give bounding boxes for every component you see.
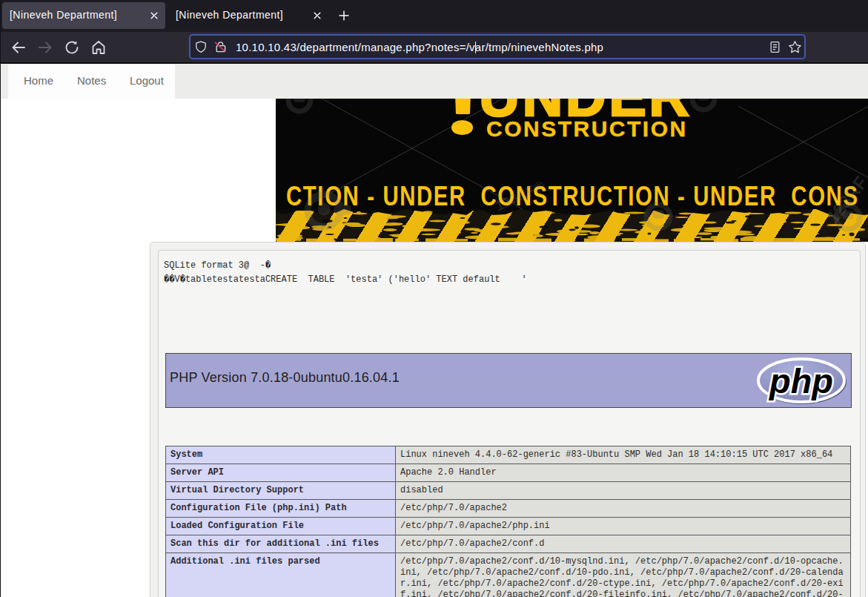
svg-text:123RF®: 123RF® [493,178,547,214]
svg-text:php: php [768,361,833,400]
